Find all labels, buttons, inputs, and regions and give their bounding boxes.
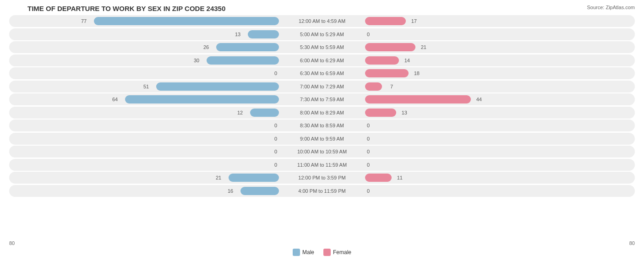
male-side: 26 [9, 41, 281, 53]
female-value-label: 44 [476, 97, 482, 102]
female-side: 0 [363, 185, 635, 197]
time-label: 4:00 PM to 11:59 PM [281, 188, 363, 194]
female-side: 7 [363, 81, 635, 92]
male-bar: 64 [125, 95, 279, 103]
male-bar: 16 [240, 187, 279, 195]
female-value-label: 21 [421, 44, 426, 50]
legend-female-label: Female [333, 249, 351, 256]
male-side: 21 [9, 172, 281, 184]
bar-row: 128:00 AM to 8:29 AM13 [9, 107, 635, 119]
male-side: 0 [9, 67, 281, 79]
female-zero-label: 0 [367, 32, 370, 37]
bar-row: 517:00 AM to 7:29 AM7 [9, 81, 635, 92]
female-value-label: 17 [411, 18, 417, 24]
female-value-label: 7 [390, 84, 393, 89]
female-zero-label: 0 [367, 149, 370, 154]
male-side: 30 [9, 54, 281, 66]
female-zero-label: 0 [367, 136, 370, 141]
male-value-label: 16 [228, 188, 233, 194]
legend-male: Male [293, 249, 314, 256]
male-value-label: 26 [203, 44, 209, 50]
male-bar: 30 [207, 56, 279, 65]
female-value-label: 18 [414, 71, 420, 76]
male-zero-label: 0 [274, 136, 277, 141]
legend: Male Female [9, 249, 635, 256]
male-zero-label: 0 [274, 71, 277, 76]
male-side: 0 [9, 133, 281, 145]
time-label: 8:30 AM to 8:59 AM [281, 123, 363, 128]
chart-container: TIME OF DEPARTURE TO WORK BY SEX IN ZIP … [0, 0, 644, 272]
female-value-label: 11 [397, 175, 403, 180]
male-side: 0 [9, 120, 281, 131]
time-label: 5:00 AM to 5:29 AM [281, 32, 363, 37]
female-zero-label: 0 [367, 123, 370, 128]
bar-row: 09:00 AM to 9:59 AM0 [9, 133, 635, 145]
female-side: 0 [363, 28, 635, 40]
bar-row: 164:00 PM to 11:59 PM0 [9, 185, 635, 197]
bar-row: 135:00 AM to 5:29 AM0 [9, 28, 635, 40]
female-side: 17 [363, 15, 635, 27]
female-side: 0 [363, 159, 635, 171]
female-side: 14 [363, 54, 635, 66]
female-side: 0 [363, 146, 635, 158]
male-value-label: 13 [235, 32, 240, 37]
bar-row: 306:00 AM to 6:29 AM14 [9, 54, 635, 66]
time-label: 5:30 AM to 5:59 AM [281, 44, 363, 50]
time-label: 9:00 AM to 9:59 AM [281, 136, 363, 141]
time-label: 7:00 AM to 7:29 AM [281, 84, 363, 89]
bar-row: 011:00 AM to 11:59 AM0 [9, 159, 635, 171]
time-label: 6:30 AM to 6:59 AM [281, 71, 363, 76]
bar-row: 08:30 AM to 8:59 AM0 [9, 120, 635, 131]
female-side: 13 [363, 107, 635, 119]
female-zero-label: 0 [367, 188, 370, 194]
legend-female-box [323, 249, 331, 256]
bar-row: 2112:00 PM to 3:59 PM11 [9, 172, 635, 184]
axis-labels: 80 80 [9, 239, 635, 246]
bar-row: 06:30 AM to 6:59 AM18 [9, 67, 635, 79]
female-side: 0 [363, 120, 635, 131]
female-bar: 18 [365, 69, 409, 77]
female-bar: 14 [365, 56, 399, 65]
chart-title: TIME OF DEPARTURE TO WORK BY SEX IN ZIP … [9, 5, 635, 12]
male-value-label: 21 [216, 175, 221, 180]
axis-left: 80 [9, 240, 15, 246]
male-side: 13 [9, 28, 281, 40]
male-bar: 13 [248, 30, 279, 38]
female-bar: 13 [365, 109, 396, 117]
male-side: 0 [9, 159, 281, 171]
male-zero-label: 0 [274, 149, 277, 154]
female-value-label: 14 [404, 58, 410, 63]
female-bar: 44 [365, 95, 471, 103]
bar-row: 647:30 AM to 7:59 AM44 [9, 93, 635, 105]
male-side: 51 [9, 81, 281, 92]
male-value-label: 64 [112, 97, 118, 102]
female-zero-label: 0 [367, 162, 370, 168]
time-label: 12:00 AM to 4:59 AM [281, 18, 363, 24]
male-zero-label: 0 [274, 162, 277, 168]
male-side: 64 [9, 93, 281, 105]
chart-area: 7712:00 AM to 4:59 AM17135:00 AM to 5:29… [9, 15, 635, 239]
legend-female: Female [323, 249, 351, 256]
male-side: 16 [9, 185, 281, 197]
time-label: 6:00 AM to 6:29 AM [281, 58, 363, 63]
time-label: 12:00 PM to 3:59 PM [281, 175, 363, 180]
male-zero-label: 0 [274, 123, 277, 128]
female-side: 44 [363, 93, 635, 105]
bar-row: 7712:00 AM to 4:59 AM17 [9, 15, 635, 27]
male-value-label: 30 [194, 58, 199, 63]
male-bar: 51 [156, 82, 279, 91]
axis-right: 80 [629, 240, 635, 246]
time-label: 11:00 AM to 11:59 AM [281, 162, 363, 168]
time-label: 8:00 AM to 8:29 AM [281, 110, 363, 115]
female-value-label: 13 [402, 110, 407, 115]
legend-male-label: Male [302, 249, 314, 256]
bar-row: 010:00 AM to 10:59 AM0 [9, 146, 635, 158]
male-bar: 26 [216, 43, 279, 51]
female-side: 18 [363, 67, 635, 79]
male-bar: 77 [94, 17, 279, 25]
male-bar: 12 [250, 109, 279, 117]
female-side: 0 [363, 133, 635, 145]
male-side: 0 [9, 146, 281, 158]
female-bar: 17 [365, 17, 406, 25]
male-side: 12 [9, 107, 281, 119]
